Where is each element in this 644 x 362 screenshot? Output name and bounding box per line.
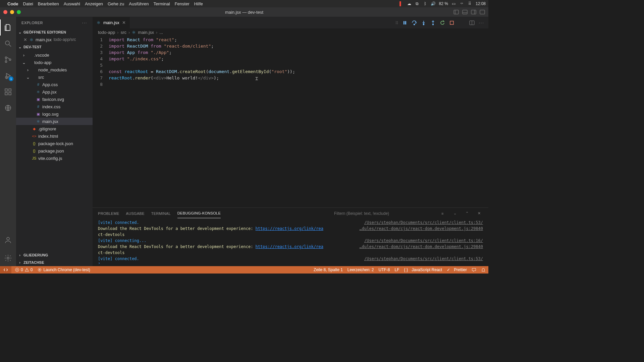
status-feedback-icon[interactable] <box>472 267 476 272</box>
tree-file[interactable]: ▣logo.svg <box>16 110 93 118</box>
control-center-icon[interactable]: ⠿ <box>468 1 472 6</box>
menu-run[interactable]: Ausführen <box>129 1 149 6</box>
tree-file[interactable]: ◆.gitignore <box>16 125 93 132</box>
console-source-link[interactable]: /Users/stephan/Documents/src/client/clie… <box>364 238 483 244</box>
tree-file[interactable]: {}package.json <box>16 147 93 155</box>
battery-icon[interactable]: ▭ <box>451 1 456 6</box>
debug-step-into-icon[interactable] <box>421 20 426 25</box>
menu-view[interactable]: Anzeigen <box>85 1 103 6</box>
breadcrumbs[interactable]: todo-app› src› ⚛ main.jsx› ... <box>93 28 488 36</box>
remote-button[interactable] <box>0 266 11 274</box>
activity-settings[interactable] <box>0 250 16 266</box>
editor-more-icon[interactable]: ··· <box>479 20 484 25</box>
tree-file[interactable]: #index.css <box>16 103 93 110</box>
volume-icon[interactable]: 🔊 <box>431 1 436 6</box>
panel-tab-problems[interactable]: PROBLEME <box>98 209 119 218</box>
debug-step-over-icon[interactable] <box>412 20 417 25</box>
breadcrumb-item[interactable]: main.jsx <box>138 30 154 35</box>
status-bell-icon[interactable] <box>481 267 486 272</box>
minimap[interactable] <box>468 36 488 53</box>
console-source-link[interactable]: /Users/stephan/Documents/src/client/clie… <box>364 256 483 262</box>
status-launch-config[interactable]: Launch Chrome (dev-test) <box>37 267 90 272</box>
menu-file[interactable]: Datei <box>23 1 33 6</box>
close-panel-icon[interactable]: ✕ <box>478 211 483 216</box>
menu-window[interactable]: Fenster <box>175 1 190 6</box>
open-editors-header[interactable]: ⌄ GEÖFFNETE EDITOREN <box>16 28 93 36</box>
tree-file[interactable]: ⚛main.jsx <box>16 118 93 125</box>
debug-pause-icon[interactable] <box>402 20 408 25</box>
tree-folder[interactable]: ›node_modules <box>16 66 93 73</box>
close-icon[interactable]: ✕ <box>23 37 28 42</box>
timeline-header[interactable]: › ZEITACHSE <box>16 259 93 266</box>
tree-file[interactable]: <>index.html <box>16 132 93 140</box>
activity-search[interactable] <box>0 36 16 52</box>
filter-settings-icon[interactable]: ≡ <box>441 212 447 216</box>
tree-file[interactable]: ⚛App.jsx <box>16 88 93 96</box>
code-editor[interactable]: 12345678 import React from "react"; impo… <box>93 36 488 207</box>
debug-console-filter-input[interactable] <box>334 211 435 216</box>
breadcrumb-item[interactable]: ... <box>159 30 163 35</box>
status-encoding[interactable]: UTF-8 <box>379 267 390 272</box>
activity-run-debug[interactable]: 1 <box>0 68 16 84</box>
layout-panel-icon[interactable] <box>462 9 468 15</box>
tree-file[interactable]: #App.css <box>16 81 93 88</box>
minimize-window-button[interactable] <box>10 10 14 14</box>
explorer-more-icon[interactable]: ··· <box>82 21 87 25</box>
app-menu[interactable]: Code <box>7 1 18 6</box>
activity-account[interactable] <box>0 232 16 248</box>
debug-restart-icon[interactable] <box>440 20 445 25</box>
close-window-button[interactable] <box>3 10 7 14</box>
wifi-icon[interactable]: ⌔ <box>460 1 464 6</box>
menu-help[interactable]: Hilfe <box>194 1 203 6</box>
layout-full-icon[interactable] <box>480 9 485 15</box>
status-prettier[interactable]: ✓ Prettier <box>447 267 467 272</box>
tree-file[interactable]: {}package-lock.json <box>16 140 93 147</box>
debug-drag-icon[interactable]: ⁞⁞ <box>395 20 398 25</box>
tree-file[interactable]: JSvite.config.js <box>16 155 93 162</box>
close-tab-icon[interactable]: ✕ <box>122 20 126 25</box>
layout-sidebar-right-icon[interactable] <box>471 9 476 15</box>
editor-tab-main[interactable]: ⚛ main.jsx ✕ <box>93 17 130 28</box>
panel-tab-terminal[interactable]: TERMINAL <box>151 209 171 218</box>
tree-folder[interactable]: ›.vscode <box>16 51 93 59</box>
status-errors[interactable]: 0 0 <box>15 267 33 272</box>
panel-tab-debug-console[interactable]: DEBUGGING-KONSOLE <box>177 208 221 218</box>
breadcrumb-item[interactable]: todo-app <box>98 30 115 35</box>
menu-edit[interactable]: Bearbeiten <box>38 1 59 6</box>
activity-explorer[interactable] <box>0 19 16 36</box>
menu-goto[interactable]: Gehe zu <box>108 1 124 6</box>
maximize-panel-icon[interactable]: ⌃ <box>466 211 471 216</box>
tree-folder[interactable]: ⌄src <box>16 73 93 81</box>
screen-icon[interactable]: ⧉ <box>415 1 420 6</box>
debug-console-output[interactable]: [vite] connected./Users/stephan/Document… <box>93 219 488 266</box>
open-editor-item[interactable]: ✕ ⚛ main.jsx todo-app/src <box>16 36 93 43</box>
panel-tab-output[interactable]: AUSGABE <box>126 209 145 218</box>
debug-step-out-icon[interactable] <box>430 20 436 25</box>
breadcrumb-item[interactable]: src <box>121 30 126 35</box>
menu-selection[interactable]: Auswahl <box>64 1 80 6</box>
outline-header[interactable]: › GLIEDERUNG <box>16 251 93 259</box>
activity-source-control[interactable] <box>0 52 16 68</box>
clock[interactable]: 12:08 <box>476 1 486 6</box>
bluetooth-icon[interactable]: ᛒ <box>423 1 428 6</box>
activity-extensions[interactable] <box>0 84 16 100</box>
cloud-icon[interactable]: ☁ <box>407 1 412 6</box>
workspace-header[interactable]: ⌄ DEV-TEST <box>16 43 93 51</box>
status-cursor-position[interactable]: Zeile 8, Spalte 1 <box>314 267 343 272</box>
clear-console-icon[interactable]: ⌄ <box>453 211 459 216</box>
menu-terminal[interactable]: Terminal <box>154 1 170 6</box>
activity-remote[interactable] <box>0 100 16 116</box>
console-source-link[interactable]: …dules/react-dom/cjs/react-dom.developme… <box>360 226 483 232</box>
console-source-link[interactable]: /Users/stephan/Documents/src/client/clie… <box>364 220 483 226</box>
status-red-icon[interactable]: ▌ <box>399 1 404 6</box>
maximize-window-button[interactable] <box>17 10 21 14</box>
status-indentation[interactable]: Leerzeichen: 2 <box>347 267 374 272</box>
tree-file[interactable]: ▣favicon.svg <box>16 96 93 103</box>
tree-folder[interactable]: ⌄todo-app <box>16 59 93 66</box>
status-eol[interactable]: LF <box>395 267 399 272</box>
status-language-mode[interactable]: { } JavaScript React <box>404 267 442 272</box>
console-source-link[interactable]: …dules/react-dom/cjs/react-dom.developme… <box>360 244 483 250</box>
split-editor-icon[interactable] <box>469 20 475 25</box>
code-content[interactable]: import React from "react"; import ReactD… <box>109 36 488 207</box>
layout-sidebar-left-icon[interactable] <box>453 9 459 15</box>
